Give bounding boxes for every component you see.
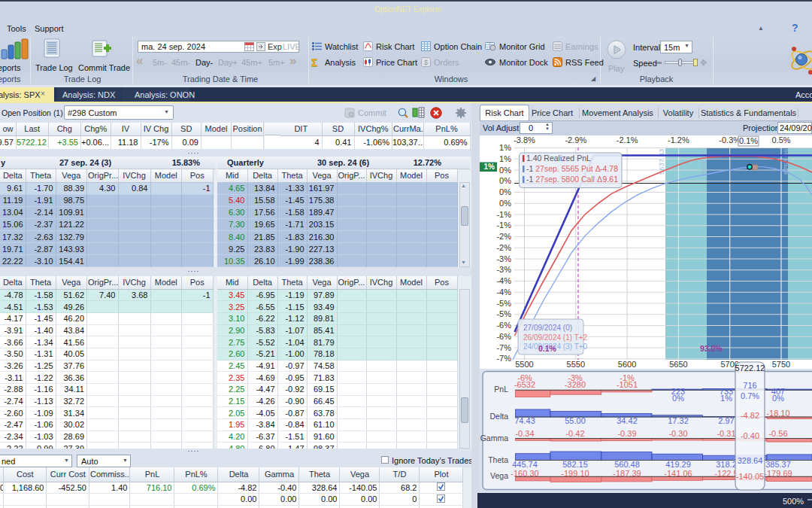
svg-text:-0.30: -0.30 bbox=[668, 429, 687, 438]
svg-text:0.5%: 0.5% bbox=[771, 135, 790, 144]
svg-text:-1%: -1% bbox=[496, 221, 511, 230]
svg-text:5500: 5500 bbox=[515, 360, 533, 369]
svg-text:0%: 0% bbox=[499, 199, 511, 208]
svg-text:0%: 0% bbox=[672, 394, 684, 403]
svg-text:PnL: PnL bbox=[494, 385, 508, 394]
svg-text:5678.15: 5678.15 bbox=[699, 149, 707, 175]
svg-text:419.29: 419.29 bbox=[665, 460, 691, 469]
svg-text:34.42: 34.42 bbox=[617, 416, 638, 425]
svg-text:-3280: -3280 bbox=[565, 380, 586, 389]
svg-text:5650: 5650 bbox=[669, 360, 687, 369]
svg-text:-160.30: -160.30 bbox=[511, 469, 538, 478]
svg-text:-6532: -6532 bbox=[514, 380, 535, 389]
svg-text:0%: 0% bbox=[499, 187, 511, 196]
svg-text:-6%: -6% bbox=[496, 332, 511, 341]
svg-text:0%: 0% bbox=[499, 166, 511, 175]
svg-text:0.1%: 0.1% bbox=[538, 344, 557, 353]
svg-text:93.0%: 93.0% bbox=[700, 344, 723, 353]
svg-text:-0.3%: -0.3% bbox=[719, 135, 741, 144]
svg-text:-6%: -6% bbox=[496, 321, 511, 330]
svg-text:5722.12: 5722.12 bbox=[735, 364, 765, 373]
svg-text:Vega: Vega bbox=[490, 471, 508, 480]
svg-text:1%: 1% bbox=[499, 154, 511, 163]
svg-text:74.43: 74.43 bbox=[514, 416, 535, 425]
svg-text:2.97: 2.97 bbox=[718, 416, 734, 425]
svg-text:-1051: -1051 bbox=[617, 380, 638, 389]
svg-text:-1.2%: -1.2% bbox=[668, 135, 689, 144]
svg-text:0%: 0% bbox=[499, 176, 511, 185]
svg-text:328.64: 328.64 bbox=[738, 456, 763, 465]
svg-text:$: $ bbox=[424, 59, 428, 66]
svg-text:-2%: -2% bbox=[496, 243, 511, 252]
svg-text:-1 27sep. 5800 Call Δ: -1 27sep. 5800 Call Δ bbox=[526, 175, 602, 184]
svg-text:-0.34: -0.34 bbox=[515, 429, 534, 438]
svg-text:716: 716 bbox=[743, 381, 756, 390]
svg-text:-1 27sep. 5565 Put Δ: -1 27sep. 5565 Put Δ bbox=[526, 164, 601, 173]
svg-text:-4%: -4% bbox=[496, 276, 511, 285]
svg-text:-0.42: -0.42 bbox=[565, 429, 584, 438]
svg-text:-179.69: -179.69 bbox=[764, 469, 792, 478]
svg-text:1%: 1% bbox=[720, 394, 732, 403]
svg-text:Delta: Delta bbox=[489, 412, 508, 421]
svg-text:-3.8%: -3.8% bbox=[514, 135, 535, 144]
svg-text:-140.05: -140.05 bbox=[736, 472, 764, 481]
svg-text:5550: 5550 bbox=[567, 360, 585, 369]
svg-text:-5%: -5% bbox=[496, 299, 511, 308]
svg-text:-0.56: -0.56 bbox=[768, 429, 787, 438]
svg-text:-3%: -3% bbox=[496, 254, 511, 263]
svg-text:582.15: 582.15 bbox=[562, 460, 588, 469]
svg-text:318.2: 318.2 bbox=[716, 460, 737, 469]
svg-text:-2%: -2% bbox=[496, 232, 511, 241]
svg-text:-3%: -3% bbox=[496, 265, 511, 274]
svg-text:0.1%: 0.1% bbox=[739, 136, 758, 145]
svg-text:-5%: -5% bbox=[496, 309, 511, 318]
svg-text:-4.78: -4.78 bbox=[600, 164, 618, 173]
svg-text:1%: 1% bbox=[499, 143, 511, 152]
svg-text:-187.39: -187.39 bbox=[613, 469, 641, 478]
svg-text:27/09/2024 (0): 27/09/2024 (0) bbox=[523, 324, 572, 332]
svg-text:9.61: 9.61 bbox=[603, 175, 619, 184]
svg-text:-141.06: -141.06 bbox=[664, 469, 692, 478]
svg-text:-4%: -4% bbox=[496, 287, 511, 297]
svg-text:Gamma: Gamma bbox=[480, 433, 509, 443]
svg-text:55.00: 55.00 bbox=[565, 416, 586, 425]
svg-text:0%: 0% bbox=[772, 394, 784, 403]
svg-text:5600: 5600 bbox=[618, 360, 636, 369]
svg-text:-2.1%: -2.1% bbox=[617, 135, 638, 144]
svg-text:560.48: 560.48 bbox=[614, 460, 640, 469]
svg-text:26/09/2024 (1) T+2: 26/09/2024 (1) T+2 bbox=[523, 333, 588, 342]
svg-text:17.32: 17.32 bbox=[668, 416, 689, 425]
svg-text:-1%: -1% bbox=[496, 210, 511, 219]
svg-text:-0.39: -0.39 bbox=[617, 429, 636, 438]
svg-text:-0.31: -0.31 bbox=[717, 429, 735, 438]
svg-text:-18.10: -18.10 bbox=[766, 409, 789, 418]
svg-text:-4.82: -4.82 bbox=[741, 411, 759, 420]
svg-text:Theta: Theta bbox=[488, 455, 508, 464]
svg-text:0.7%: 0.7% bbox=[741, 391, 759, 400]
svg-text:-7%: -7% bbox=[496, 343, 511, 352]
svg-text:-199.10: -199.10 bbox=[561, 469, 589, 478]
svg-text:1.40 Realized PnL: 1.40 Realized PnL bbox=[526, 154, 591, 163]
svg-text:1%: 1% bbox=[484, 163, 495, 171]
svg-text:-0.40: -0.40 bbox=[741, 431, 759, 440]
svg-text:-122.5: -122.5 bbox=[714, 469, 738, 478]
svg-text:5750: 5750 bbox=[772, 360, 790, 369]
svg-text:-2.9%: -2.9% bbox=[565, 135, 586, 144]
svg-text:445.74: 445.74 bbox=[512, 460, 538, 469]
svg-text:-7%: -7% bbox=[496, 354, 511, 363]
svg-text:385.37: 385.37 bbox=[765, 460, 791, 469]
